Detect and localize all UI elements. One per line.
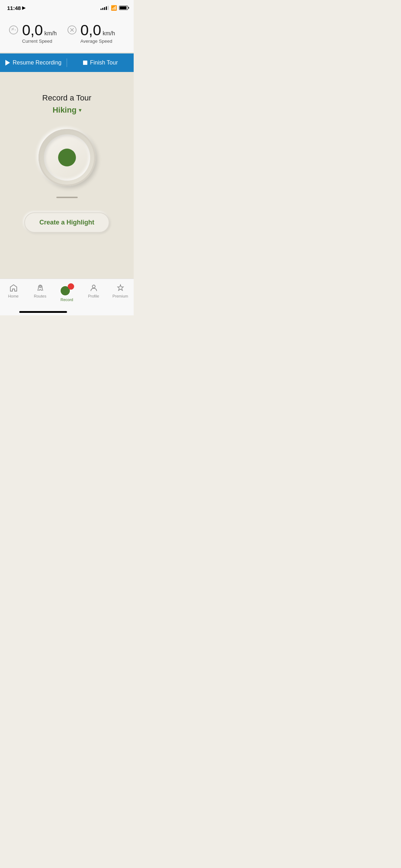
stop-icon (83, 61, 87, 65)
battery-icon (119, 6, 128, 10)
svg-marker-10 (118, 285, 123, 290)
home-icon (9, 283, 18, 293)
average-speed-unit: km/h (103, 30, 115, 37)
create-highlight-button[interactable]: Create a Highlight (24, 212, 109, 233)
main-area: Record a Tour Hiking ▾ Create a Highligh… (0, 72, 134, 250)
progress-indicator (56, 197, 78, 198)
current-speed-unit: km/h (44, 30, 57, 37)
home-indicator (19, 311, 67, 313)
activity-selector[interactable]: Hiking ▾ (52, 105, 81, 115)
average-speed-item: 0,0 km/h Average Speed (67, 23, 125, 44)
nav-item-home[interactable]: Home (0, 282, 27, 298)
signal-icon (101, 6, 109, 10)
nav-label-profile: Profile (88, 294, 99, 298)
nav-label-record: Record (61, 298, 73, 302)
current-speed-value: 0,0 (22, 23, 43, 38)
status-time: 11:48 ▶ (7, 5, 25, 11)
record-button[interactable] (38, 129, 96, 186)
current-speed-label: Current Speed (22, 38, 57, 44)
nav-label-home: Home (8, 294, 19, 298)
nav-item-profile[interactable]: Profile (80, 282, 107, 298)
profile-icon (89, 283, 98, 293)
premium-icon (116, 283, 125, 293)
current-speed-item: 0,0 km/h Current Speed (9, 23, 67, 44)
average-speed-label: Average Speed (81, 38, 115, 44)
nav-label-premium: Premium (112, 294, 128, 298)
svg-point-8 (39, 286, 41, 288)
nav-item-routes[interactable]: Routes (27, 282, 53, 298)
nav-item-record[interactable]: Record (53, 282, 80, 302)
routes-icon (36, 283, 45, 293)
action-bar: Resume Recording Finish Tour (0, 53, 134, 72)
activity-type-label: Hiking (52, 105, 76, 115)
svg-point-9 (92, 285, 95, 288)
finish-tour-button[interactable]: Finish Tour (67, 53, 134, 72)
record-dot (58, 149, 76, 166)
nav-label-routes: Routes (34, 294, 46, 298)
speed-section: 0,0 km/h Current Speed 0,0 km/h Average … (0, 16, 134, 52)
record-nav-icon (60, 283, 74, 296)
bottom-nav: Home Routes Record Profile (0, 279, 134, 308)
status-icons: 📶 (101, 5, 128, 11)
average-icon (67, 25, 77, 35)
status-bar: 11:48 ▶ 📶 (0, 0, 134, 16)
chevron-down-icon: ▾ (79, 107, 81, 113)
speedometer-icon (9, 25, 19, 35)
nav-item-premium[interactable]: Premium (107, 282, 134, 298)
wifi-icon: 📶 (111, 5, 117, 11)
record-badge (68, 283, 74, 290)
record-title: Record a Tour (42, 93, 92, 103)
resume-recording-button[interactable]: Resume Recording (0, 53, 67, 72)
play-icon (5, 60, 10, 66)
average-speed-value: 0,0 (81, 23, 101, 38)
